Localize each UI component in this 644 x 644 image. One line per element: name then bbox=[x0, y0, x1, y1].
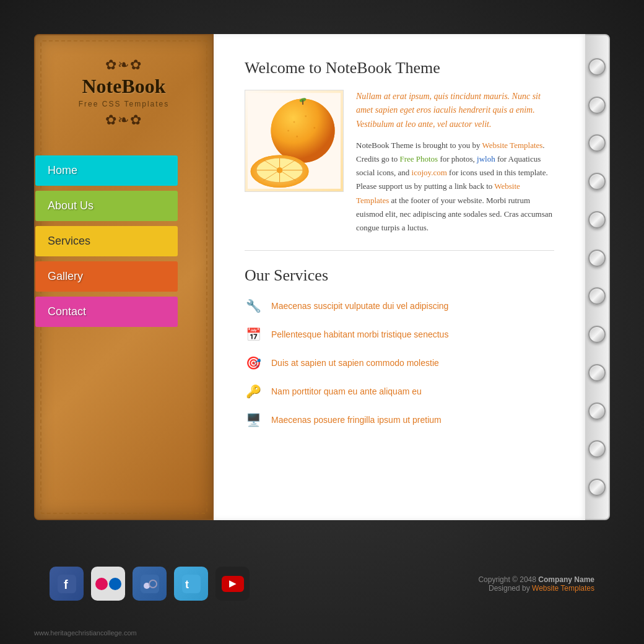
ring bbox=[588, 402, 606, 420]
service-item: 🔧 Maecenas suscipit vulputate dui vel ad… bbox=[245, 297, 554, 315]
free-photos-link[interactable]: Free Photos bbox=[399, 154, 438, 163]
main-content: Welcome to NoteBook Theme bbox=[214, 34, 585, 520]
services-list: 🔧 Maecenas suscipit vulputate dui vel ad… bbox=[245, 297, 554, 429]
body-text: NoteBook Theme is brought to you by Webs… bbox=[356, 139, 554, 235]
ring bbox=[588, 58, 606, 76]
svg-point-17 bbox=[277, 167, 282, 173]
svg-text:t: t bbox=[185, 578, 189, 591]
service-link-1[interactable]: Maecenas suscipit vulputate dui vel adip… bbox=[271, 301, 448, 311]
wrench-icon: 🔧 bbox=[245, 297, 262, 315]
nav-item-services[interactable]: Services bbox=[35, 226, 178, 256]
svg-text:f: f bbox=[64, 578, 68, 591]
twitter-icon[interactable]: t bbox=[174, 567, 208, 601]
logo-area: ✿❧✿ NoteBook Free CSS Templates ✿❧✿ bbox=[35, 48, 212, 143]
flickr-dot-blue bbox=[109, 578, 121, 590]
footer-url: www.heritagechristiancollege.com bbox=[34, 629, 137, 637]
orange-image bbox=[245, 90, 344, 192]
welcome-title: Welcome to NoteBook Theme bbox=[245, 59, 554, 77]
svg-point-4 bbox=[305, 115, 307, 117]
nav-menu: Home About Us Services Gallery Contact bbox=[35, 155, 212, 327]
ring bbox=[588, 440, 606, 458]
icojoy-link[interactable]: icojoy.com bbox=[412, 168, 447, 177]
myspace-icon[interactable] bbox=[133, 567, 167, 601]
notebook-wrapper: ✿❧✿ NoteBook Free CSS Templates ✿❧✿ Home… bbox=[34, 34, 610, 520]
flickr-icon[interactable] bbox=[91, 567, 125, 601]
nav-item-about[interactable]: About Us bbox=[35, 191, 178, 221]
ring bbox=[588, 364, 606, 381]
svg-point-2 bbox=[271, 99, 335, 163]
services-title: Our Services bbox=[245, 266, 554, 285]
website-templates-link-1[interactable]: Website Templates bbox=[482, 141, 543, 150]
flickr-dot-pink bbox=[95, 578, 108, 590]
svg-point-6 bbox=[296, 136, 298, 137]
nav-item-gallery[interactable]: Gallery bbox=[35, 261, 178, 292]
ring bbox=[588, 479, 606, 496]
footer: f t ▶ Copyr bbox=[0, 523, 644, 644]
monitor-icon: 🖥️ bbox=[245, 411, 262, 429]
section-divider bbox=[245, 250, 554, 251]
jwloh-link[interactable]: jwloh bbox=[477, 154, 495, 163]
svg-point-5 bbox=[313, 127, 315, 129]
intro-text-block: Nullam at erat ipsum, quis tincidunt mau… bbox=[356, 90, 554, 235]
service-item: 📅 Pellentesque habitant morbi tristique … bbox=[245, 326, 554, 343]
social-icons: f t ▶ bbox=[50, 567, 250, 601]
ring bbox=[588, 287, 606, 305]
intro-quote: Nullam at erat ipsum, quis tincidunt mau… bbox=[356, 90, 554, 131]
logo-subtitle: Free CSS Templates bbox=[48, 100, 200, 108]
ring bbox=[588, 250, 606, 267]
svg-point-7 bbox=[287, 130, 289, 132]
service-item: 🔑 Nam porttitor quam eu ante aliquam eu bbox=[245, 383, 554, 400]
service-item: 🖥️ Maecenas posuere fringilla ipsum ut p… bbox=[245, 411, 554, 429]
ring bbox=[588, 97, 606, 114]
flickr-dots bbox=[95, 578, 121, 590]
service-link-3[interactable]: Duis at sapien ut sapien commodo molesti… bbox=[271, 358, 439, 368]
designed-by-text: Designed by bbox=[489, 584, 530, 593]
target-icon: 🎯 bbox=[245, 354, 262, 372]
service-link-2[interactable]: Pellentesque habitant morbi tristique se… bbox=[271, 329, 448, 339]
footer-website-link[interactable]: Website Templates bbox=[532, 584, 594, 593]
calendar-icon: 📅 bbox=[245, 326, 262, 343]
logo-ornament-bottom: ✿❧✿ bbox=[48, 112, 200, 128]
service-link-5[interactable]: Maecenas posuere fringilla ipsum ut pret… bbox=[271, 415, 442, 425]
ring bbox=[588, 211, 606, 228]
rings-container bbox=[585, 34, 610, 520]
footer-copyright: Copyright © 2048 Company Name Designed b… bbox=[478, 575, 594, 593]
logo-ornament-top: ✿❧✿ bbox=[48, 57, 200, 73]
key-icon: 🔑 bbox=[245, 383, 262, 400]
service-item: 🎯 Duis at sapien ut sapien commodo moles… bbox=[245, 354, 554, 372]
youtube-play-button: ▶ bbox=[222, 576, 244, 592]
logo-title: NoteBook bbox=[48, 76, 200, 97]
nav-item-home[interactable]: Home bbox=[35, 155, 178, 186]
copyright-text: Copyright © 2048 bbox=[478, 575, 536, 584]
company-name: Company Name bbox=[538, 575, 594, 584]
svg-point-3 bbox=[294, 121, 295, 123]
service-link-4[interactable]: Nam porttitor quam eu ante aliquam eu bbox=[271, 386, 422, 396]
welcome-section: Nullam at erat ipsum, quis tincidunt mau… bbox=[245, 90, 554, 235]
nav-item-contact[interactable]: Contact bbox=[35, 297, 178, 327]
svg-point-23 bbox=[150, 581, 156, 587]
ring bbox=[588, 173, 606, 190]
ring bbox=[588, 134, 606, 152]
youtube-icon[interactable]: ▶ bbox=[215, 567, 250, 601]
sidebar: ✿❧✿ NoteBook Free CSS Templates ✿❧✿ Home… bbox=[34, 34, 214, 520]
facebook-icon[interactable]: f bbox=[50, 567, 84, 601]
ring bbox=[588, 326, 606, 343]
